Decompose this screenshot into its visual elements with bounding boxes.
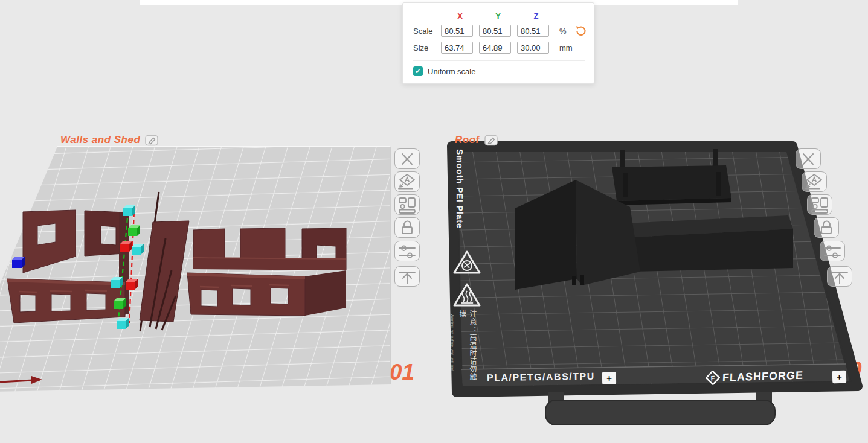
plate-settings-icon bbox=[395, 241, 419, 261]
size-row-label: Size bbox=[413, 43, 441, 53]
move-plate-up-icon bbox=[828, 267, 852, 287]
rename-plate-2-button[interactable] bbox=[484, 135, 498, 146]
lock-plate-2-button[interactable] bbox=[814, 217, 839, 238]
reset-scale-icon bbox=[575, 25, 587, 37]
plate-2-title: Roof bbox=[455, 134, 498, 146]
scale-row-label: Scale bbox=[413, 27, 441, 36]
materials-label: PLA/PETG/ABS/TPU bbox=[487, 371, 595, 383]
plate-settings-icon bbox=[820, 241, 844, 261]
hot-surface-warning-cn: 注意：高温时请勿触摸 bbox=[457, 310, 478, 381]
delete-plate-icon bbox=[796, 149, 820, 169]
scale-unit: % bbox=[555, 27, 574, 36]
rename-plate-1-button[interactable] bbox=[145, 135, 158, 146]
auto-orient-icon bbox=[395, 172, 419, 192]
scale-y-input[interactable] bbox=[479, 25, 511, 37]
size-y-input[interactable] bbox=[479, 42, 511, 54]
scale-z-input[interactable] bbox=[517, 25, 549, 37]
brand-text: FLASHFORGE bbox=[722, 369, 804, 384]
svg-text:F: F bbox=[711, 374, 715, 381]
unlock-plate-icon bbox=[395, 218, 419, 238]
auto-orient-plate-1-button[interactable] bbox=[394, 171, 420, 192]
plate-1-title: Walls and Shed bbox=[60, 134, 158, 146]
reset-scale-button[interactable] bbox=[574, 24, 587, 37]
plate-1-name: Walls and Shed bbox=[60, 134, 140, 146]
size-unit: mm bbox=[555, 43, 574, 53]
calibration-marker-icon: + bbox=[602, 372, 616, 384]
arrange-plate-2-button[interactable] bbox=[807, 194, 832, 215]
plate-warning-icons bbox=[452, 249, 483, 309]
hot-surface-warning-en: Warning: hot surface, wait until cool bbox=[451, 314, 454, 374]
plate-2-name: Roof bbox=[455, 134, 480, 146]
move-plate-up-icon bbox=[395, 267, 419, 287]
plate-handle bbox=[545, 392, 775, 425]
move-plate-up-2-button[interactable] bbox=[827, 266, 852, 287]
scale-x-input[interactable] bbox=[441, 25, 473, 37]
axis-y-header: Y bbox=[479, 11, 517, 21]
lock-plate-1-button[interactable] bbox=[394, 217, 420, 238]
delete-plate-icon bbox=[395, 149, 419, 169]
flashforge-logo: F FLASHFORGE bbox=[706, 368, 804, 386]
move-plate-up-1-button[interactable] bbox=[394, 266, 420, 287]
axis-x-header: X bbox=[441, 11, 479, 21]
plate-surface-type-label: Smooth PEI Plate bbox=[455, 149, 465, 246]
uniform-scale-label: Uniform scale bbox=[428, 67, 475, 76]
hot-surface-icon bbox=[454, 284, 480, 305]
unlock-plate-icon bbox=[814, 218, 838, 238]
plate-settings-2-button[interactable] bbox=[820, 241, 845, 261]
auto-orient-icon bbox=[802, 172, 826, 192]
uniform-scale-checkbox[interactable]: ✓ bbox=[413, 66, 423, 76]
delete-plate-2-button[interactable] bbox=[796, 148, 821, 169]
scale-panel: X Y Z Scale % Size mm ✓ Uniform scale bbox=[402, 2, 594, 84]
plate-settings-1-button[interactable] bbox=[394, 241, 420, 261]
arrange-plate-icon bbox=[808, 195, 832, 215]
calibration-marker-icon: + bbox=[832, 371, 847, 384]
arrange-plate-icon bbox=[395, 195, 419, 215]
size-z-input[interactable] bbox=[517, 42, 549, 54]
pinch-hazard-icon bbox=[454, 252, 480, 273]
axis-z-header: Z bbox=[517, 11, 555, 21]
panel-divider bbox=[413, 60, 585, 61]
arrange-plate-1-button[interactable] bbox=[394, 194, 420, 215]
size-x-input[interactable] bbox=[441, 42, 473, 54]
flashforge-diamond-icon: F bbox=[706, 371, 721, 386]
auto-orient-plate-2-button[interactable] bbox=[802, 171, 827, 192]
delete-plate-1-button[interactable] bbox=[394, 148, 420, 169]
